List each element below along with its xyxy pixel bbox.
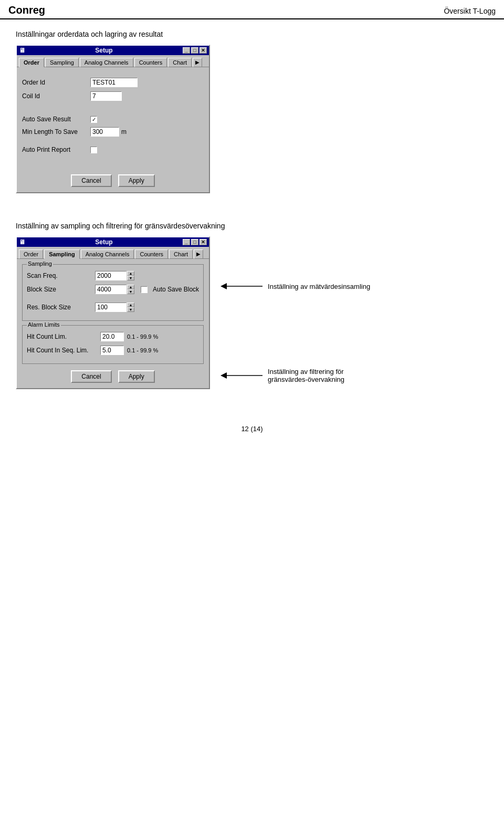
maximize-button[interactable]: □	[191, 47, 198, 54]
dialog2-cancel-button[interactable]: Cancel	[71, 370, 111, 383]
dialog1-body: Order Id Coil Id Auto Save Result Min Le…	[17, 67, 209, 192]
page-subtitle: Översikt T-Logg	[444, 7, 496, 15]
dialog2-wrapper: 🖥 Setup _ □ ✕ Order Sampling Analog Chan…	[16, 236, 488, 389]
hit-count-range: 0.1 - 99.9 %	[127, 333, 158, 340]
dialog2-titlebar: 🖥 Setup _ □ ✕	[17, 237, 209, 247]
res-block-size-down[interactable]: ▼	[127, 307, 134, 312]
hit-count-row: Hit Count Lim. 0.1 - 99.9 %	[27, 332, 199, 341]
dialog2-apply-button[interactable]: Apply	[118, 370, 155, 383]
dialog1-cancel-button[interactable]: Cancel	[71, 174, 111, 187]
res-block-size-label: Res. Block Size	[27, 304, 95, 311]
auto-save-block-checkbox[interactable]	[141, 286, 148, 293]
res-block-size-spinner: ▲ ▼	[95, 303, 134, 312]
arrow-filtrering-icon	[220, 368, 262, 383]
coil-id-row: Coil Id	[22, 91, 204, 101]
dialog2-tabs: Order Sampling Analog Channels Counters …	[17, 247, 209, 258]
order-id-input[interactable]	[90, 78, 138, 87]
dialog1-buttons: Cancel Apply	[22, 174, 204, 187]
dialog2-body: Sampling Scan Freq. ▲ ▼	[17, 258, 209, 388]
order-id-row: Order Id	[22, 78, 204, 87]
hit-count-label: Hit Count Lim.	[27, 333, 100, 340]
annotations-panel: Inställning av mätvärdesinsamling Instäl…	[220, 236, 383, 383]
scan-freq-row: Scan Freq. ▲ ▼	[27, 271, 199, 280]
min-length-input[interactable]	[90, 127, 119, 137]
res-block-size-up[interactable]: ▲	[127, 303, 134, 307]
block-size-label: Block Size	[27, 286, 95, 293]
hit-count-seq-input[interactable]	[100, 346, 124, 355]
tab-chart[interactable]: Chart	[168, 58, 192, 67]
block-size-input[interactable]	[95, 285, 127, 294]
min-length-unit: m	[121, 128, 127, 135]
block-size-up[interactable]: ▲	[127, 285, 134, 289]
block-size-row: Block Size ▲ ▼ Auto Save Block	[27, 285, 199, 294]
block-size-down[interactable]: ▼	[127, 289, 134, 294]
coil-id-input[interactable]	[90, 91, 122, 101]
minimize-button[interactable]: _	[183, 47, 190, 54]
d2-tab-order[interactable]: Order	[19, 249, 43, 259]
annotation-matvarde-text: Inställning av mätvärdesinsamling	[268, 283, 370, 290]
tab-counters[interactable]: Counters	[134, 58, 167, 67]
dialog1-tabs: Order Sampling Analog Channels Counters …	[17, 55, 209, 67]
scan-freq-down[interactable]: ▼	[127, 276, 134, 280]
section2-title: Inställning av sampling och filtrering f…	[16, 222, 488, 230]
d2-tab-sampling[interactable]: Sampling	[44, 249, 80, 259]
dialog1-title-icon: 🖥	[19, 47, 25, 54]
hit-count-seq-row: Hit Count In Seq. Lim. 0.1 - 99.9 %	[27, 346, 199, 355]
hit-count-input[interactable]	[100, 332, 124, 341]
auto-save-result-checkbox[interactable]	[90, 116, 97, 123]
hit-count-seq-label: Hit Count In Seq. Lim.	[27, 347, 100, 354]
close-button[interactable]: ✕	[200, 47, 207, 54]
auto-print-row: Auto Print Report	[22, 146, 204, 153]
tab-order[interactable]: Order	[19, 58, 44, 67]
d2-maximize-button[interactable]: □	[191, 239, 198, 245]
scan-freq-label: Scan Freq.	[27, 272, 95, 279]
svg-marker-1	[220, 283, 227, 289]
page-header: Conreg Översikt T-Logg	[0, 0, 504, 19]
dialog2-title-text: Setup	[95, 238, 112, 246]
annotation-filtrering: Inställning av filtrering för gränsvärde…	[220, 368, 383, 383]
page-content: Inställningar orderdata och lagring av r…	[0, 19, 504, 404]
sampling-group: Sampling Scan Freq. ▲ ▼	[22, 264, 204, 321]
res-block-size-row: Res. Block Size ▲ ▼	[27, 303, 199, 312]
block-size-spinner: ▲ ▼	[95, 285, 134, 294]
d2-tab-counters[interactable]: Counters	[135, 249, 168, 259]
dialog1-title-text: Setup	[95, 47, 112, 54]
app-title: Conreg	[8, 4, 45, 16]
scan-freq-spinner-buttons: ▲ ▼	[127, 271, 134, 280]
order-id-label: Order Id	[22, 79, 90, 86]
d2-minimize-button[interactable]: _	[183, 239, 190, 245]
d2-tab-chart[interactable]: Chart	[169, 249, 193, 259]
d2-tab-analog-channels[interactable]: Analog Channels	[81, 249, 134, 259]
dialog2: 🖥 Setup _ □ ✕ Order Sampling Analog Chan…	[16, 236, 210, 389]
res-block-size-input[interactable]	[95, 303, 127, 312]
dialog2-buttons: Cancel Apply	[22, 370, 204, 383]
scan-freq-up[interactable]: ▲	[127, 271, 134, 276]
block-size-spinner-buttons: ▲ ▼	[127, 285, 134, 294]
annotation-filtrering-text: Inställning av filtrering för gränsvärde…	[268, 368, 383, 383]
auto-save-block-label: Auto Save Block	[153, 286, 199, 293]
scan-freq-spinner: ▲ ▼	[95, 271, 134, 280]
dialog2-title-icon: 🖥	[19, 238, 25, 246]
svg-marker-3	[220, 372, 227, 379]
dialog1: 🖥 Setup _ □ ✕ Order Sampling Analog Chan…	[16, 45, 210, 193]
tab-sampling[interactable]: Sampling	[45, 58, 79, 67]
min-length-label: Min Length To Save	[22, 128, 90, 135]
alarm-limits-title: Alarm Limits	[27, 321, 61, 328]
coil-id-label: Coil Id	[22, 92, 90, 100]
scan-freq-input[interactable]	[95, 271, 127, 280]
dialog2-controls: _ □ ✕	[183, 239, 207, 245]
d2-tab-scroll-right[interactable]: ▶	[194, 249, 203, 259]
annotation-matvarde: Inställning av mätvärdesinsamling	[220, 278, 383, 294]
auto-save-result-label: Auto Save Result	[22, 116, 90, 123]
hit-count-seq-range: 0.1 - 99.9 %	[127, 347, 158, 353]
dialog1-titlebar: 🖥 Setup _ □ ✕	[17, 46, 209, 55]
d2-close-button[interactable]: ✕	[200, 239, 207, 245]
tab-analog-channels[interactable]: Analog Channels	[80, 58, 133, 67]
sampling-group-title: Sampling	[27, 260, 53, 267]
arrow-matvarde-icon	[220, 278, 262, 294]
page-number: 12 (14)	[241, 425, 262, 433]
auto-print-checkbox[interactable]	[90, 147, 97, 153]
tab-scroll-right[interactable]: ▶	[193, 58, 202, 67]
auto-print-label: Auto Print Report	[22, 146, 90, 153]
dialog1-apply-button[interactable]: Apply	[118, 174, 155, 187]
